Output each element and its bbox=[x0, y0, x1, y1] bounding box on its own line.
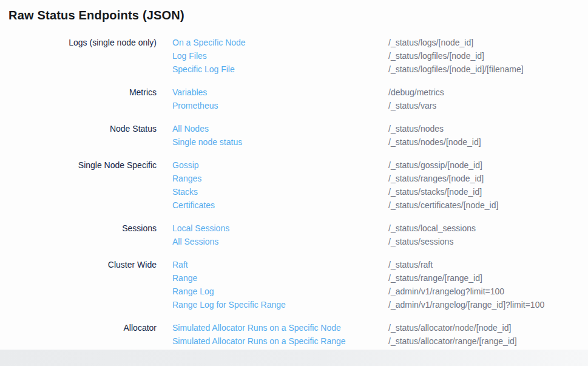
section-rows: Local Sessions /_status/local_sessions A… bbox=[172, 222, 588, 248]
section-rows: Gossip /_status/gossip/[node_id] Ranges … bbox=[172, 158, 588, 212]
endpoint-row: Specific Log File /_status/logfiles/[nod… bbox=[172, 63, 588, 76]
section-sessions: Sessions Local Sessions /_status/local_s… bbox=[8, 222, 588, 248]
endpoint-link-gossip[interactable]: Gossip bbox=[172, 158, 388, 172]
endpoint-path: /_status/nodes bbox=[388, 122, 444, 135]
endpoint-link-prometheus[interactable]: Prometheus bbox=[172, 99, 388, 112]
endpoint-path: /debug/metrics bbox=[388, 86, 444, 99]
section-rows: All Nodes /_status/nodes Single node sta… bbox=[172, 122, 588, 149]
endpoint-row: Log Files /_status/logfiles/[node_id] bbox=[172, 49, 588, 63]
endpoint-link-local-sessions[interactable]: Local Sessions bbox=[172, 222, 388, 235]
category-label-metrics: Metrics bbox=[8, 86, 157, 112]
section-rows: Simulated Allocator Runs on a Specific N… bbox=[172, 321, 588, 348]
endpoint-path: /_status/sessions bbox=[388, 235, 453, 248]
section-single-node-specific: Single Node Specific Gossip /_status/gos… bbox=[8, 158, 588, 212]
endpoint-path: /_status/logs/[node_id] bbox=[388, 36, 473, 49]
endpoint-row: Raft /_status/raft bbox=[172, 258, 588, 271]
page-title: Raw Status Endpoints (JSON) bbox=[8, 8, 588, 22]
endpoint-path: /_status/ranges/[node_id] bbox=[388, 172, 484, 185]
endpoint-path: /_admin/v1/rangelog?limit=100 bbox=[388, 285, 504, 298]
endpoint-path: /_status/allocator/range/[range_id] bbox=[388, 334, 517, 348]
endpoint-row: Variables /debug/metrics bbox=[172, 86, 588, 99]
section-allocator: Allocator Simulated Allocator Runs on a … bbox=[8, 321, 588, 348]
section-rows: Variables /debug/metrics Prometheus /_st… bbox=[172, 86, 588, 112]
endpoint-path: /_status/gossip/[node_id] bbox=[388, 158, 482, 172]
section-rows: On a Specific Node /_status/logs/[node_i… bbox=[172, 36, 588, 76]
endpoint-link-certificates[interactable]: Certificates bbox=[172, 198, 388, 212]
endpoint-path: /_status/logfiles/[node_id]/[filename] bbox=[388, 63, 524, 76]
endpoint-row: On a Specific Node /_status/logs/[node_i… bbox=[172, 36, 588, 49]
category-label-sessions: Sessions bbox=[8, 222, 157, 248]
section-node-status: Node Status All Nodes /_status/nodes Sin… bbox=[8, 122, 588, 149]
category-label-allocator: Allocator bbox=[8, 321, 157, 348]
section-rows: Raft /_status/raft Range /_status/range/… bbox=[172, 258, 588, 311]
endpoint-row: Ranges /_status/ranges/[node_id] bbox=[172, 172, 588, 185]
endpoint-path: /_status/range/[range_id] bbox=[388, 271, 482, 285]
endpoint-link-raft[interactable]: Raft bbox=[172, 258, 388, 271]
endpoint-row: Certificates /_status/certificates/[node… bbox=[172, 198, 588, 212]
section-logs: Logs (single node only) On a Specific No… bbox=[8, 36, 588, 76]
endpoint-row: Local Sessions /_status/local_sessions bbox=[172, 222, 588, 235]
raw-status-endpoints-page: Raw Status Endpoints (JSON) Logs (single… bbox=[0, 0, 588, 348]
endpoint-row: Range Log /_admin/v1/rangelog?limit=100 bbox=[172, 285, 588, 298]
section-cluster-wide: Cluster Wide Raft /_status/raft Range /_… bbox=[8, 258, 588, 311]
endpoint-link-simulated-allocator-range[interactable]: Simulated Allocator Runs on a Specific R… bbox=[172, 334, 388, 348]
endpoint-link-variables[interactable]: Variables bbox=[172, 86, 388, 99]
endpoint-row: Single node status /_status/nodes/[node_… bbox=[172, 135, 588, 149]
endpoint-link-simulated-allocator-node[interactable]: Simulated Allocator Runs on a Specific N… bbox=[172, 321, 388, 334]
endpoint-row: Simulated Allocator Runs on a Specific R… bbox=[172, 334, 588, 348]
endpoint-row: Range Log for Specific Range /_admin/v1/… bbox=[172, 298, 588, 311]
endpoint-path: /_status/certificates/[node_id] bbox=[388, 198, 498, 212]
endpoint-row: Simulated Allocator Runs on a Specific N… bbox=[172, 321, 588, 334]
endpoint-row: All Nodes /_status/nodes bbox=[172, 122, 588, 135]
endpoint-link-on-a-specific-node[interactable]: On a Specific Node bbox=[172, 36, 388, 49]
endpoint-path: /_status/logfiles/[node_id] bbox=[388, 49, 484, 63]
endpoint-path: /_status/raft bbox=[388, 258, 433, 271]
endpoint-link-all-sessions[interactable]: All Sessions bbox=[172, 235, 388, 248]
endpoint-path: /_status/nodes/[node_id] bbox=[388, 135, 481, 149]
endpoint-link-ranges[interactable]: Ranges bbox=[172, 172, 388, 185]
endpoint-path: /_status/allocator/node/[node_id] bbox=[388, 321, 511, 334]
endpoint-link-stacks[interactable]: Stacks bbox=[172, 185, 388, 198]
endpoint-path: /_admin/v1/rangelog/[range_id]?limit=100 bbox=[388, 298, 544, 311]
endpoint-row: Prometheus /_status/vars bbox=[172, 99, 588, 112]
category-label-logs: Logs (single node only) bbox=[8, 36, 157, 76]
endpoint-link-all-nodes[interactable]: All Nodes bbox=[172, 122, 388, 135]
category-label-cluster-wide: Cluster Wide bbox=[8, 258, 157, 311]
category-label-node-status: Node Status bbox=[8, 122, 157, 149]
endpoint-link-range-log[interactable]: Range Log bbox=[172, 285, 388, 298]
endpoint-link-specific-log-file[interactable]: Specific Log File bbox=[172, 63, 388, 76]
endpoint-row: Range /_status/range/[range_id] bbox=[172, 271, 588, 285]
endpoint-row: All Sessions /_status/sessions bbox=[172, 235, 588, 248]
endpoint-path: /_status/stacks/[node_id] bbox=[388, 185, 482, 198]
endpoint-path: /_status/vars bbox=[388, 99, 436, 112]
endpoint-link-range[interactable]: Range bbox=[172, 271, 388, 285]
endpoint-link-log-files[interactable]: Log Files bbox=[172, 49, 388, 63]
section-metrics: Metrics Variables /debug/metrics Prometh… bbox=[8, 86, 588, 112]
endpoint-path: /_status/local_sessions bbox=[388, 222, 476, 235]
page-bottom-band bbox=[0, 350, 588, 366]
endpoint-link-single-node-status[interactable]: Single node status bbox=[172, 135, 388, 149]
endpoint-link-range-log-specific-range[interactable]: Range Log for Specific Range bbox=[172, 298, 388, 311]
endpoint-row: Gossip /_status/gossip/[node_id] bbox=[172, 158, 588, 172]
endpoint-row: Stacks /_status/stacks/[node_id] bbox=[172, 185, 588, 198]
category-label-single-node-specific: Single Node Specific bbox=[8, 158, 157, 212]
